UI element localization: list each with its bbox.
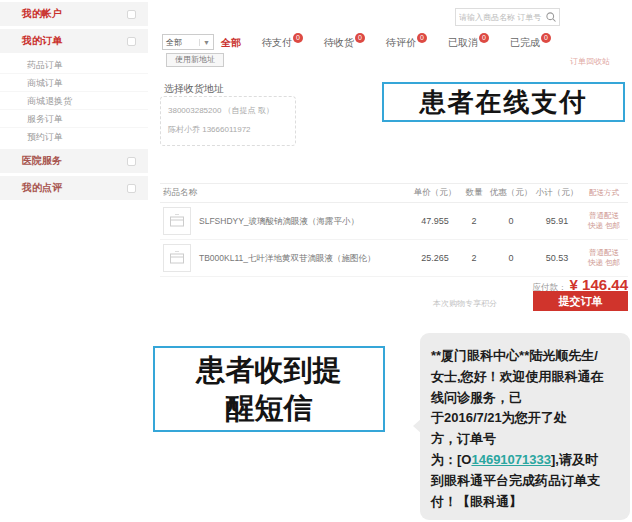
search-input[interactable] (456, 13, 545, 22)
tab-label: 已完成 (510, 37, 540, 48)
product-thumbnail[interactable] (163, 207, 191, 235)
submit-order-button[interactable]: 提交订单 (533, 291, 628, 311)
sms-text: **厦门眼科中心**陆光顺先生/ 女士,您好！欢迎使用眼科通在 线问诊服务，已 … (431, 346, 619, 512)
address-line-1: 380003285200 （自提点 取） (168, 105, 288, 116)
sidebar-item-label: 医院服务 (22, 154, 127, 168)
sidebar-item-label: 我的点评 (22, 181, 127, 195)
quantity-cell: 2 (460, 253, 488, 263)
product-thumbnail[interactable] (163, 244, 191, 272)
points-note: 本次购物专享积分 (433, 298, 497, 309)
header-drug-name: 药品名称 (160, 187, 410, 199)
subtotal-cell: 50.53 (534, 253, 580, 263)
count-badge: 0 (355, 33, 365, 43)
tab-cancelled[interactable]: 已取消0 (448, 33, 489, 50)
count-badge: 0 (293, 33, 303, 43)
header-subtotal: 小计（元） (534, 187, 580, 199)
count-badge: 0 (479, 33, 489, 43)
sms-message-bubble: **厦门眼科中心**陆光顺先生/ 女士,您好！欢迎使用眼科通在 线问诊服务，已 … (420, 333, 630, 520)
account-icon (127, 10, 136, 19)
tab-label: 待评价 (386, 37, 416, 48)
delivery-cell: 普通配送 快递 包邮 (580, 248, 628, 269)
quantity-cell: 2 (460, 216, 488, 226)
tab-pending-receipt[interactable]: 待收货0 (324, 33, 365, 50)
table-header-row: 药品名称 单价（元） 数量 优惠（元） 小计（元） 配送方式 (160, 183, 628, 203)
header-delivery: 配送方式 (580, 188, 628, 199)
order-table: 药品名称 单价（元） 数量 优惠（元） 小计（元） 配送方式 SLFSHDYY_… (160, 183, 628, 277)
annotation-sms-reminder: 患者收到提 醒短信 (153, 346, 385, 432)
order-page: 我的帐户 我的订单 药品订单 商城订单 商城退换货 服务订单 预约订单 医院服务… (0, 0, 632, 522)
count-badge: 0 (541, 33, 551, 43)
header-discount: 优惠（元） (488, 187, 534, 199)
sidebar-item-service-orders[interactable]: 服务订单 (0, 110, 148, 128)
search-icon[interactable] (545, 11, 557, 23)
header-quantity: 数量 (460, 187, 488, 199)
table-row: SLFSHDYY_玻璃酸钠滴眼液（海露平小） 47.955 2 0 95.91 … (160, 203, 628, 240)
address-card[interactable]: 380003285200 （自提点 取） 陈村小乔 13666011972 (160, 96, 296, 146)
address-section-title: 选择收货地址 (164, 82, 224, 96)
subtotal-cell: 95.91 (534, 216, 580, 226)
order-status-tabs: 全部 待支付0 待收货0 待评价0 已取消0 已完成0 (221, 33, 551, 50)
order-type-dropdown[interactable]: 全部 ▼ (162, 34, 214, 50)
sidebar-item-label: 我的订单 (22, 34, 127, 48)
search-box (455, 8, 560, 26)
sidebar-item-appointment-orders[interactable]: 预约订单 (0, 128, 148, 146)
orders-submenu: 药品订单 商城订单 商城退换货 服务订单 预约订单 (0, 56, 148, 146)
tab-label: 待支付 (262, 37, 292, 48)
tab-label: 全部 (221, 37, 241, 48)
sidebar-item-my-orders[interactable]: 我的订单 (0, 29, 148, 53)
tab-all[interactable]: 全部 (221, 33, 241, 50)
sms-text-before: **厦门眼科中心**陆光顺先生/ 女士,您好！欢迎使用眼科通在 线问诊服务，已 … (431, 348, 604, 467)
tab-label: 已取消 (448, 37, 478, 48)
discount-cell: 0 (488, 216, 534, 226)
orders-list-icon (127, 37, 136, 46)
sidebar-item-my-reviews[interactable]: 我的点评 (0, 176, 148, 200)
dropdown-value: 全部 (166, 37, 182, 48)
sidebar-item-mall-orders[interactable]: 商城订单 (0, 74, 148, 92)
sms-order-number-link[interactable]: 14691071333 (471, 452, 551, 467)
tab-pending-payment[interactable]: 待支付0 (262, 33, 303, 50)
use-new-address-button[interactable]: 使用新地址 (166, 53, 224, 67)
sidebar: 我的帐户 我的订单 药品订单 商城订单 商城退换货 服务订单 预约订单 医院服务… (0, 2, 148, 203)
drug-box-icon (168, 249, 186, 267)
annotation-online-payment: 患者在线支付 (382, 82, 625, 122)
reviews-icon (127, 184, 136, 193)
delivery-cell: 普通配送 快递 包邮 (580, 211, 628, 232)
drug-box-icon (168, 212, 186, 230)
tab-completed[interactable]: 已完成0 (510, 33, 551, 50)
unit-price-cell: 47.955 (410, 216, 460, 226)
address-line-2: 陈村小乔 13666011972 (168, 124, 288, 135)
sidebar-item-label: 我的帐户 (22, 7, 127, 21)
unit-price-cell: 25.265 (410, 253, 460, 263)
order-recycle-link[interactable]: 订单回收站 (570, 56, 610, 67)
chevron-down-icon: ▼ (199, 39, 210, 46)
tab-pending-review[interactable]: 待评价0 (386, 33, 427, 50)
product-name-link[interactable]: SLFSHDYY_玻璃酸钠滴眼液（海露平小） (199, 216, 359, 226)
header-unit-price: 单价（元） (410, 187, 460, 199)
sidebar-item-my-account[interactable]: 我的帐户 (0, 2, 148, 26)
product-name-link[interactable]: TB000KL11_七叶洋地黄双苷滴眼液（施图伦） (199, 253, 376, 263)
count-badge: 0 (417, 33, 427, 43)
tab-label: 待收货 (324, 37, 354, 48)
hospital-icon (127, 157, 136, 166)
sidebar-item-mall-returns[interactable]: 商城退换货 (0, 92, 148, 110)
discount-cell: 0 (488, 253, 534, 263)
table-row: TB000KL11_七叶洋地黄双苷滴眼液（施图伦） 25.265 2 0 50.… (160, 240, 628, 277)
sidebar-item-hospital-service[interactable]: 医院服务 (0, 149, 148, 173)
sidebar-item-drug-orders[interactable]: 药品订单 (0, 56, 148, 74)
